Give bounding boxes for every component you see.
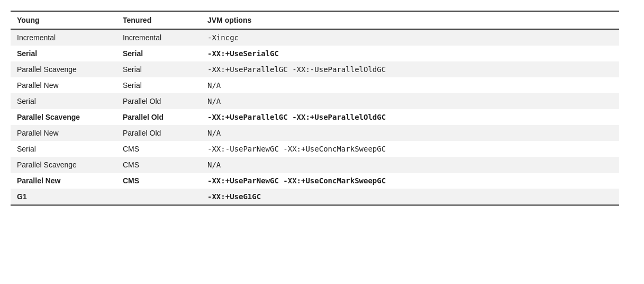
cell-jvm: -XX:+UseParallelGC -XX:+UseParallelOldGC: [201, 109, 619, 125]
table-row: SerialSerial-XX:+UseSerialGC: [11, 46, 619, 61]
table-row: Parallel ScavengeSerial-XX:+UseParallelG…: [11, 61, 619, 77]
cell-jvm: N/A: [201, 125, 619, 141]
cell-young: Parallel New: [11, 173, 116, 189]
cell-young: Parallel New: [11, 77, 116, 93]
cell-young: Serial: [11, 93, 116, 109]
cell-tenured: Serial: [116, 77, 201, 93]
cell-jvm: -XX:+UseG1GC: [201, 189, 619, 205]
cell-tenured: Serial: [116, 46, 201, 61]
cell-tenured: Parallel Old: [116, 93, 201, 109]
cell-jvm: -XX:+UseParallelGC -XX:-UseParallelOldGC: [201, 61, 619, 77]
cell-tenured: CMS: [116, 157, 201, 173]
cell-tenured: CMS: [116, 173, 201, 189]
cell-young: G1: [11, 189, 116, 205]
table-row: IncrementalIncremental-Xincgc: [11, 29, 619, 46]
cell-young: Parallel Scavenge: [11, 61, 116, 77]
table-row: SerialCMS-XX:-UseParNewGC -XX:+UseConcMa…: [11, 141, 619, 157]
cell-tenured: Serial: [116, 61, 201, 77]
cell-jvm: -XX:+UseSerialGC: [201, 46, 619, 61]
table-row: Parallel NewParallel OldN/A: [11, 125, 619, 141]
table-row: Parallel ScavengeParallel Old-XX:+UsePar…: [11, 109, 619, 125]
table-row: Parallel ScavengeCMSN/A: [11, 157, 619, 173]
cell-young: Parallel Scavenge: [11, 109, 116, 125]
cell-young: Parallel Scavenge: [11, 157, 116, 173]
table-row: SerialParallel OldN/A: [11, 93, 619, 109]
cell-tenured: CMS: [116, 141, 201, 157]
cell-tenured: Parallel Old: [116, 125, 201, 141]
cell-young: Serial: [11, 141, 116, 157]
cell-young: Serial: [11, 46, 116, 61]
gc-options-table: Young Tenured JVM options IncrementalInc…: [11, 11, 619, 206]
table-container: Young Tenured JVM options IncrementalInc…: [11, 11, 619, 206]
cell-jvm: -XX:+UseParNewGC -XX:+UseConcMarkSweepGC: [201, 173, 619, 189]
cell-jvm: -XX:-UseParNewGC -XX:+UseConcMarkSweepGC: [201, 141, 619, 157]
cell-tenured: Incremental: [116, 29, 201, 46]
cell-jvm: N/A: [201, 93, 619, 109]
cell-jvm: N/A: [201, 157, 619, 173]
cell-tenured: Parallel Old: [116, 109, 201, 125]
cell-jvm: -Xincgc: [201, 29, 619, 46]
header-young: Young: [11, 11, 116, 29]
cell-young: Parallel New: [11, 125, 116, 141]
table-row: Parallel NewSerialN/A: [11, 77, 619, 93]
table-header-row: Young Tenured JVM options: [11, 11, 619, 29]
header-tenured: Tenured: [116, 11, 201, 29]
cell-tenured: [116, 189, 201, 205]
table-row: Parallel NewCMS-XX:+UseParNewGC -XX:+Use…: [11, 173, 619, 189]
table-row: G1-XX:+UseG1GC: [11, 189, 619, 205]
header-jvm: JVM options: [201, 11, 619, 29]
cell-jvm: N/A: [201, 77, 619, 93]
cell-young: Incremental: [11, 29, 116, 46]
